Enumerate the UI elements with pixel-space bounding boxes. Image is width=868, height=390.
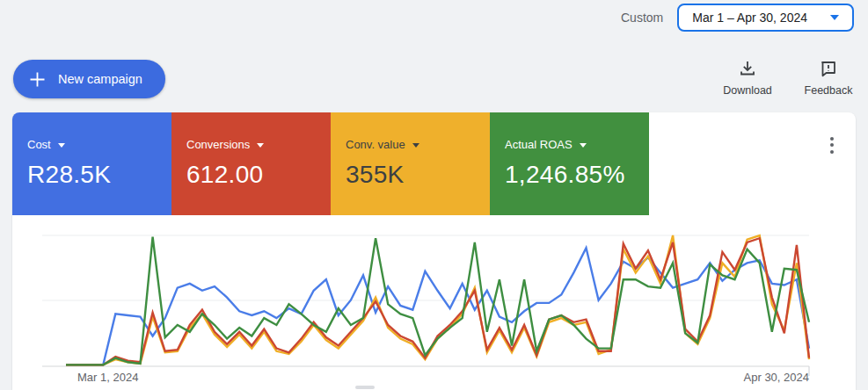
triangle-down-icon [580,143,587,148]
scorecard-label-row: Conv. value [346,138,490,151]
date-range-selector[interactable]: Mar 1 – Apr 30, 2024 [677,4,854,32]
scorecard-label: Cost [27,138,51,151]
triangle-down-icon [412,143,419,148]
triangle-down-icon [257,143,264,148]
scorecard-label: Conv. value [346,138,405,151]
scorecard-value: R28.5K [27,161,171,189]
series-conversions [66,238,809,365]
scorecard-actual-roas[interactable]: Actual ROAS 1,246.85% [490,112,649,215]
scorecard-label-row: Actual ROAS [505,138,649,151]
scorecard-strip: Cost R28.5K Conversions 612.00 Conv. val… [12,112,856,215]
plus-icon [29,71,46,88]
scorecard-label: Conversions [186,138,250,151]
scorecard-label: Actual ROAS [505,138,573,151]
date-range-type-label: Custom [621,11,663,25]
scorecard-conversions[interactable]: Conversions 612.00 [171,112,331,215]
scorecard-value: 612.00 [186,161,331,189]
series-cost [66,248,809,365]
feedback-label: Feedback [805,84,853,97]
scorecard-value: 1,246.85% [505,161,649,189]
x-axis-start-label: Mar 1, 2024 [77,371,138,384]
date-range-row: Custom Mar 1 – Apr 30, 2024 [621,4,854,32]
download-button[interactable]: Download [718,58,777,98]
speech-bubble-exclamation-icon [819,59,838,78]
x-axis-end-label: Apr 30, 2024 [744,371,809,384]
horizontal-scrollbar-thumb[interactable] [355,386,375,389]
scorecard-label-row: Cost [27,138,171,151]
download-tray-arrow-icon [738,59,757,78]
scorecard-value: 355K [346,161,490,189]
date-range-value: Mar 1 – Apr 30, 2024 [692,11,807,25]
kebab-vertical-icon[interactable] [821,132,843,158]
scorecard-cost[interactable]: Cost R28.5K [12,112,171,215]
new-campaign-button[interactable]: New campaign [13,60,165,98]
new-campaign-label: New campaign [58,72,142,86]
scorecard-label-row: Conversions [186,138,331,151]
triangle-down-icon [830,15,839,20]
download-label: Download [723,84,772,97]
triangle-down-icon [58,143,65,148]
header-actions: Download Feedback [718,58,857,98]
overview-card: Cost R28.5K Conversions 612.00 Conv. val… [12,112,856,390]
scorecard-conv-value[interactable]: Conv. value 355K [331,112,490,215]
trend-line-chart[interactable] [30,225,821,381]
feedback-button[interactable]: Feedback [799,58,857,98]
